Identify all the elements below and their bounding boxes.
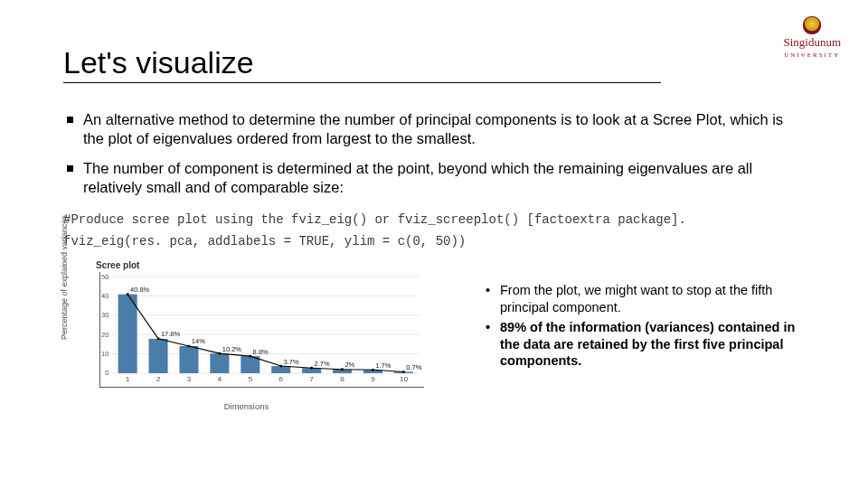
svg-text:7: 7 [309,376,314,383]
svg-point-25 [218,352,221,355]
svg-text:20: 20 [101,332,108,339]
svg-point-24 [187,345,190,348]
svg-text:1: 1 [126,376,130,383]
bullet-item: The number of component is determined at… [63,159,805,197]
notes-item: From the plot, we might want to stop at … [484,282,805,315]
svg-text:30: 30 [101,313,108,320]
svg-text:10: 10 [400,376,409,383]
svg-point-31 [402,371,405,373]
chart-title: Scree plot [96,260,429,270]
svg-rect-12 [118,295,137,373]
scree-plot: Scree plot Percentage of explained varia… [63,258,429,408]
svg-point-27 [279,365,282,368]
svg-text:0: 0 [105,371,108,378]
svg-text:10: 10 [101,351,108,358]
slide: Singidunum UNIVERSITY Let's visualize An… [0,0,868,488]
svg-point-22 [127,293,129,296]
svg-text:5: 5 [248,376,252,383]
svg-point-30 [372,369,374,371]
notes-item: 89% of the information (variances) conta… [484,319,805,370]
svg-point-28 [310,367,313,370]
svg-text:17.8%: 17.8% [161,332,181,339]
chart-xlabel: Dimensions [63,401,429,411]
chart-svg: 0102030405040.8%17.8%14%10.2%8.8%3.7%2.7… [100,272,424,387]
svg-text:0.7%: 0.7% [406,364,422,371]
svg-text:6: 6 [278,376,283,383]
code-line: fviz_eig(res. pca, addlabels = TRUE, yli… [63,231,805,253]
svg-rect-14 [179,346,198,373]
svg-rect-15 [210,353,229,373]
svg-text:8.8%: 8.8% [253,349,269,356]
svg-text:40: 40 [101,293,108,300]
svg-text:8: 8 [340,376,344,383]
svg-text:1.7%: 1.7% [375,362,392,370]
svg-point-23 [157,338,160,341]
svg-text:2: 2 [156,376,161,383]
svg-text:2.7%: 2.7% [314,361,330,368]
notes-text: 89% of the information (variances) conta… [500,320,795,368]
svg-rect-13 [149,339,168,373]
notes: From the plot, we might want to stop at … [429,258,805,373]
notes-list: From the plot, we might want to stop at … [484,282,805,370]
svg-point-26 [249,355,251,358]
chart-ylabel: Percentage of explained variances [60,215,69,340]
svg-text:3.7%: 3.7% [284,359,300,366]
lower-row: Scree plot Percentage of explained varia… [63,258,805,408]
bullet-item: An alternative method to determine the n… [63,110,805,148]
svg-text:50: 50 [101,274,108,281]
logo-name: Singidunum [783,35,841,49]
svg-text:14%: 14% [192,339,206,346]
svg-text:10.2%: 10.2% [222,346,242,353]
code-line: #Produce scree plot using the fviz_eig()… [63,210,805,231]
bullet-list: An alternative method to determine the n… [63,110,805,197]
svg-text:3: 3 [187,376,192,383]
logo-mark [803,16,821,34]
chart-plot-area: 0102030405040.8%17.8%14%10.2%8.8%3.7%2.7… [99,272,424,388]
university-logo: Singidunum UNIVERSITY [783,16,841,61]
svg-point-29 [341,368,344,371]
logo-sub: UNIVERSITY [783,49,841,61]
notes-text: From the plot, we might want to stop at … [500,283,772,314]
svg-text:9: 9 [371,376,375,383]
svg-text:40.8%: 40.8% [130,287,150,295]
slide-title: Let's visualize [63,45,661,83]
svg-text:4: 4 [218,376,222,383]
svg-text:2%: 2% [344,362,355,370]
code-block: #Produce scree plot using the fviz_eig()… [63,210,805,253]
chart-body: Percentage of explained variances 010203… [63,272,429,408]
